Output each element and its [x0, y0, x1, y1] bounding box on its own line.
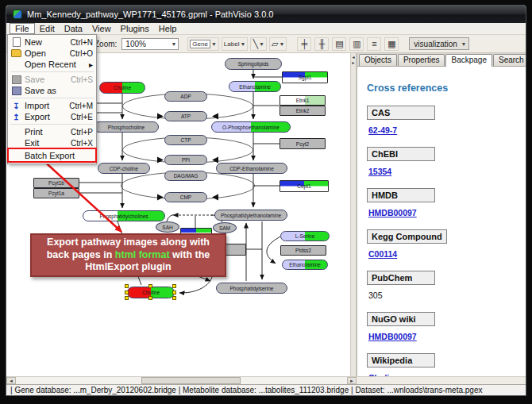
collapse-left-icon[interactable]: ◂ — [352, 55, 354, 60]
pathway-node-cept1[interactable]: Cept1 — [279, 180, 329, 192]
pathway-node-sgpl1[interactable]: Sgpl1 — [282, 71, 328, 83]
tab-search[interactable]: Search — [493, 54, 526, 66]
pathway-node-adp[interactable]: ADP — [164, 91, 207, 102]
window-title: Mm_Kennedy_pathway_WP1771_45176.gpml - P… — [27, 10, 273, 19]
menu-help[interactable]: Help — [154, 24, 182, 33]
file-menu-item-save-as[interactable]: Save as — [8, 85, 96, 96]
menu-edit[interactable]: Edit — [35, 24, 60, 33]
pathway-node-etnk2[interactable]: Etnk2 — [279, 106, 326, 116]
align-vertical-center-button[interactable]: ╫ — [314, 37, 329, 51]
file-menu-item-label: Export — [25, 112, 71, 121]
pathway-node-phosphatidylethanolamine[interactable]: Phosphatidylethanolamine — [214, 210, 287, 221]
align-horizontal-center-button[interactable]: ╪ — [297, 37, 311, 51]
pathway-node-cdp-ethanolamine[interactable]: CDP-Ethanolamine — [216, 163, 287, 174]
tab-backpage[interactable]: Backpage — [445, 54, 492, 67]
menu-file[interactable]: File — [10, 23, 35, 34]
file-menu-item-new[interactable]: NewCtrl+N — [8, 37, 96, 48]
selection-handle[interactable] — [125, 290, 129, 294]
selection-handle[interactable] — [172, 284, 176, 288]
horizontal-scrollbar[interactable]: ◄ ► — [6, 377, 357, 384]
distribute-horizontal-button[interactable]: ▤ — [332, 37, 346, 51]
panel-splitter[interactable]: ◂ ▸ — [350, 53, 357, 376]
pathway-node-ethanolamine[interactable]: Ethanolamine — [282, 260, 328, 270]
pathway-node-ethanolamine[interactable]: Ethanolamine — [229, 81, 281, 92]
file-menu-item-save[interactable]: SaveCtrl+S — [8, 74, 96, 85]
xref-link-nugo-wiki[interactable]: HMDB00097 — [368, 332, 516, 341]
tab-objects[interactable]: Objects — [359, 54, 397, 66]
save-as-icon — [10, 87, 22, 95]
desktop-background: Mm_Kennedy_pathway_WP1771_45176.gpml - P… — [0, 0, 532, 404]
file-menu-item-label: Save — [25, 75, 71, 84]
menu-shortcut: Ctrl+P — [71, 128, 93, 137]
selection-handle[interactable] — [172, 296, 176, 300]
line-tool-button[interactable]: ╲ ▼ — [250, 37, 267, 51]
pathway-node[interactable] — [224, 244, 246, 256]
chevron-down-icon: ▼ — [240, 41, 245, 47]
label-tool-button[interactable]: Label ▼ — [222, 37, 249, 51]
tab-properties[interactable]: Properties — [398, 54, 445, 66]
pathway-node-sah[interactable]: SAH — [156, 221, 179, 233]
menu-data[interactable]: Data — [60, 24, 87, 33]
file-menu-item-open[interactable]: OpenCtrl+O — [8, 48, 96, 59]
file-menu-item-label: Import — [25, 101, 69, 110]
pathway-node-atp[interactable]: ATP — [164, 111, 207, 121]
pathway-node-sphingolipids[interactable]: Sphingolipids — [225, 58, 282, 70]
distribute-vertical-button[interactable]: ▥ — [349, 37, 364, 51]
no-icon — [10, 139, 22, 148]
selection-handle[interactable] — [148, 284, 152, 288]
pathway-node-o-phosphoethanolamine[interactable]: O-Phosphoethanolamine — [211, 121, 291, 133]
pathway-node-etnk1[interactable]: Etnk1 — [279, 95, 326, 106]
collapse-right-icon[interactable]: ▸ — [352, 60, 354, 66]
label-tool-icon: Label — [224, 40, 240, 48]
pathway-node-ppi[interactable]: PPi — [164, 155, 207, 165]
file-menu-item-export[interactable]: ↥ExportCtrl+E — [8, 111, 96, 122]
pathway-node-sam[interactable]: SAM — [213, 222, 237, 233]
new-file-icon — [10, 38, 22, 47]
scrollbar-thumb[interactable] — [141, 377, 241, 384]
xref-link-chebi[interactable]: 15354 — [368, 167, 516, 176]
xref-link-cas[interactable]: 62-49-7 — [368, 125, 516, 135]
file-menu-item-batch-export[interactable]: Batch Export — [8, 148, 96, 162]
pathway-node-pcyt2[interactable]: Pcyt2 — [279, 138, 326, 149]
annotation-callout: Export pathway images along with back pa… — [30, 233, 226, 277]
title-bar[interactable]: Mm_Kennedy_pathway_WP1771_45176.gpml - P… — [6, 6, 526, 23]
chevron-down-icon: ▼ — [259, 41, 264, 47]
stack-button[interactable]: ≡ — [367, 37, 381, 51]
pathway-node-ctp[interactable]: CTP — [164, 135, 207, 145]
menu-plugins[interactable]: Plugins — [116, 24, 154, 33]
selection-handle[interactable] — [148, 296, 152, 300]
pathway-node-cdp-choline[interactable]: CDP-choline — [98, 163, 150, 174]
shape-tool-button[interactable]: ▱ ▼ — [269, 37, 287, 51]
selection-handle[interactable] — [125, 296, 129, 300]
visualization-combobox[interactable]: visualization ▼ — [409, 37, 469, 50]
pathway-node-choline[interactable]: Choline — [99, 82, 145, 94]
visualization-value: visualization — [414, 40, 457, 48]
pathway-node-phosphatidylcholines[interactable]: Phosphatidylcholines — [83, 210, 165, 221]
file-menu-item-print[interactable]: PrintCtrl+P — [8, 126, 96, 137]
pathway-node-pcyt1b[interactable]: Pcyt1b — [33, 178, 79, 188]
menu-view[interactable]: View — [87, 24, 116, 33]
file-menu-item-label: Open — [25, 48, 70, 58]
menu-separator — [10, 71, 94, 72]
pathway-node-l-serine[interactable]: L-Serine — [280, 231, 330, 241]
selection-handle[interactable] — [125, 284, 129, 288]
pathway-node-pcyt1a[interactable]: Pcyt1a — [33, 188, 79, 198]
xref-link-hmdb[interactable]: HMDB00097 — [368, 208, 516, 217]
file-menu-item-import[interactable]: ↧ImportCtrl+M — [8, 100, 96, 111]
pathway-node-phosphocholine[interactable]: Phosphocholine — [94, 121, 159, 133]
scroll-left-icon[interactable]: ◄ — [6, 377, 16, 384]
datanode-tool-button[interactable]: Gene ▼ — [187, 37, 219, 51]
scroll-right-icon[interactable]: ► — [347, 377, 357, 384]
pathway-node-ptdss2[interactable]: Ptdss2 — [280, 245, 326, 256]
menu-bar: FileEditDataViewPluginsHelp — [6, 23, 526, 35]
pathway-node-cmp[interactable]: CMP — [164, 192, 207, 202]
xref-link-kegg-compound[interactable]: C00114 — [368, 249, 516, 259]
group-button[interactable]: ▦ — [384, 37, 399, 51]
selection-handle[interactable] — [172, 290, 176, 294]
zoom-combobox[interactable]: 100% ▼ — [121, 38, 179, 50]
stack-icon: ≡ — [372, 40, 376, 48]
pathway-node-phosphatidylserine[interactable]: Phosphatidylserine — [216, 283, 287, 294]
file-menu-item-exit[interactable]: ExitCtrl+X — [8, 137, 96, 148]
file-menu-item-open-recent[interactable]: Open Recent▸ — [8, 59, 96, 70]
pathway-node-dag-mag[interactable]: DAG/MAG — [164, 171, 207, 181]
